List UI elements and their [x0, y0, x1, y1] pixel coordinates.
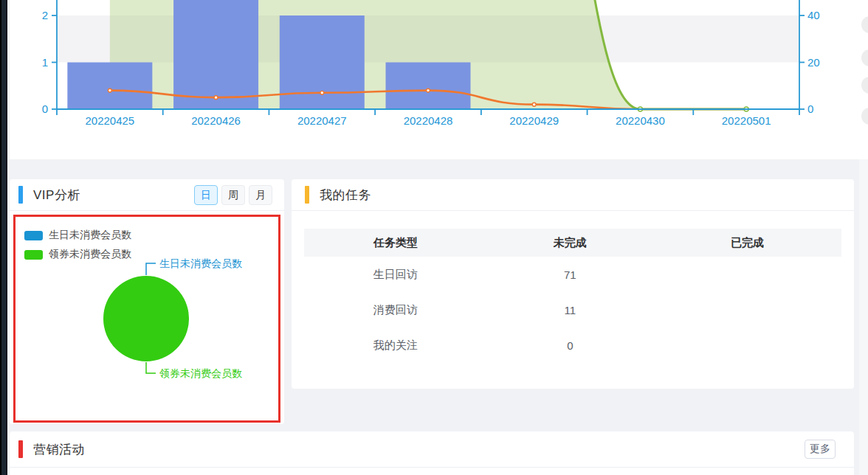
table-cell: 0 [487, 339, 654, 352]
data-point [214, 96, 218, 100]
more-button[interactable]: 更多 [805, 440, 836, 459]
pie-callout-label: 领券未消费会员数 [159, 367, 242, 379]
table-row: 生日回访71 [304, 257, 841, 292]
column-header: 任务类型 [304, 236, 487, 250]
axis-label: 20220430 [616, 114, 665, 127]
axis-label: 20 [807, 56, 820, 69]
axis-label: 20220429 [509, 114, 559, 127]
axis-label: 20220428 [404, 114, 453, 127]
axis-label: 0 [42, 103, 48, 115]
table-cell: 我的关注 [304, 339, 487, 353]
data-point [427, 89, 430, 92]
sidebar-edge [0, 0, 7, 475]
trend-chart-card: 0120204020220425202204262022042720220428… [10, 0, 868, 159]
table-cell: 生日回访 [304, 268, 487, 282]
bar [173, 0, 258, 109]
data-point [532, 103, 536, 106]
axis-label: 1 [42, 56, 48, 69]
pie-callout-label: 生日未消费会员数 [159, 257, 242, 269]
section-accent-icon [305, 186, 309, 204]
data-point [320, 91, 324, 94]
tasks-title-row: 我的任务 [292, 179, 854, 211]
trend-chart[interactable]: 0120204020220425202204262022042720220428… [10, 0, 868, 159]
callout-line [146, 362, 156, 373]
table-cell: 11 [487, 304, 654, 316]
table-header-row: 任务类型未完成已完成 [304, 229, 841, 257]
callout-line [146, 263, 156, 275]
axis-label: 20220427 [297, 114, 347, 127]
table-row: 消费回访11 [304, 292, 841, 327]
bar [386, 63, 471, 109]
vip-analysis-card: VIP分析 日周月 生日未消费会员数领券未消费会员数 生日未消费会员数领券未消费… [10, 179, 284, 424]
table-row: 我的关注0 [304, 327, 841, 363]
table-cell: 71 [487, 268, 654, 281]
bar [67, 63, 152, 109]
table-cell: 消费回访 [304, 303, 487, 317]
scrollbar-track[interactable] [859, 159, 868, 475]
my-tasks-card: 我的任务 任务类型未完成已完成生日回访71消费回访11我的关注0 [292, 179, 854, 389]
data-point [108, 89, 111, 92]
marketing-card: 营销活动 更多 [10, 431, 854, 475]
section-title: 我的任务 [320, 187, 371, 204]
axis-label: 0 [807, 103, 813, 115]
vip-pie-chart[interactable]: 生日未消费会员数领券未消费会员数 [10, 179, 284, 424]
axis-label: 40 [807, 9, 820, 21]
section-accent-icon [18, 440, 23, 458]
column-header: 已完成 [653, 236, 841, 250]
marketing-title-row: 营销活动 更多 [10, 431, 854, 468]
pie-slice [103, 276, 189, 361]
axis-label: 20220425 [85, 114, 134, 127]
column-header: 未完成 [487, 236, 654, 250]
axis-label: 2 [42, 9, 48, 21]
axis-label: 20220426 [191, 114, 241, 127]
tasks-table: 任务类型未完成已完成生日回访71消费回访11我的关注0 [304, 229, 841, 363]
axis-label: 20220501 [722, 114, 771, 127]
section-title: 营销活动 [33, 441, 85, 458]
